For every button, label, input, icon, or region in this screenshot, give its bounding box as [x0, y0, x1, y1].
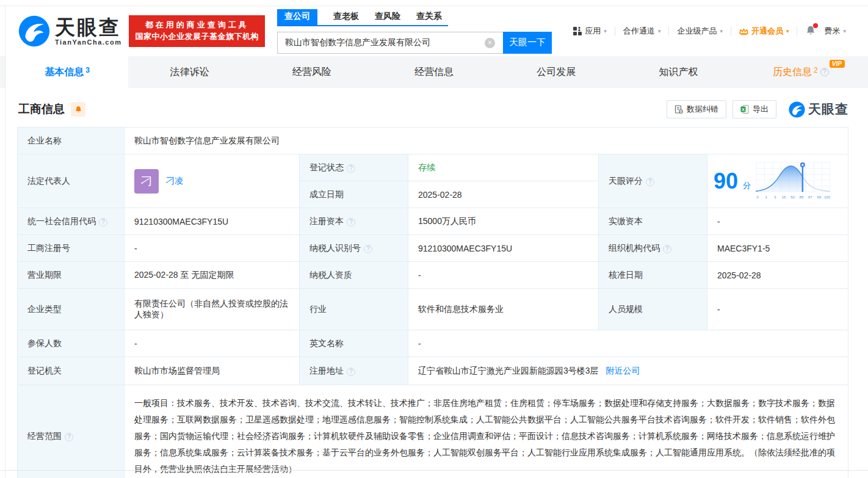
- section-title: 工商信息: [18, 101, 65, 117]
- field-value-insured-count: -: [125, 330, 300, 357]
- search-tab-boss[interactable]: 查老板: [333, 9, 359, 25]
- tab-history-info-count: 2: [814, 66, 818, 74]
- tianyancha-logo-icon: [789, 101, 805, 118]
- search-tab-company[interactable]: 查公司: [277, 9, 317, 25]
- field-label-company-type: 企业类型: [18, 289, 125, 330]
- field-label-business-term: 营业期限: [18, 262, 125, 289]
- svg-text:15: 15: [782, 194, 786, 198]
- help-icon[interactable]: ?: [820, 68, 829, 76]
- tianyancha-logo-icon: [18, 15, 50, 47]
- search-button[interactable]: 天眼一下: [503, 32, 552, 54]
- search-input[interactable]: [277, 32, 503, 54]
- help-icon[interactable]: ?: [646, 178, 654, 186]
- score-value: 90: [714, 170, 738, 192]
- value-text: 91210300MAEC3FY15U: [134, 217, 228, 226]
- user-menu[interactable]: 费米 ▾: [824, 26, 846, 37]
- data-correction-button[interactable]: 数据纠错: [667, 100, 726, 118]
- field-label-taxpayer-id: 纳税人识别号?: [300, 235, 408, 262]
- export-button[interactable]: X 导出: [732, 100, 776, 118]
- label-text: 组织机构代码: [609, 243, 660, 253]
- nearby-companies-link[interactable]: 附近公司: [606, 366, 640, 375]
- value-text: 2025-02-28: [418, 190, 462, 200]
- section-actions: 数据纠错 X 导出 天眼查: [667, 100, 848, 118]
- tianyancha-logo[interactable]: 天眼查 TianYanCha.com: [18, 15, 121, 47]
- tab-basic-info-count: 3: [85, 66, 90, 74]
- label-text: 注册资本: [309, 216, 344, 226]
- value-text: -: [418, 339, 421, 349]
- tab-basic-info-label: 基本信息: [45, 66, 84, 79]
- search-tab-relation[interactable]: 查关系: [416, 9, 442, 25]
- field-label-business-scope: 经营范围?: [18, 385, 125, 478]
- table-row: 法定代表人 刁 刁凌 登记状态? 存续 天眼评分?: [18, 154, 848, 181]
- help-icon[interactable]: ?: [347, 218, 355, 226]
- legal-rep-avatar[interactable]: 刁: [134, 169, 159, 194]
- promo-line-1: 都在用的商业查询工具: [135, 20, 259, 31]
- tab-company-development[interactable]: 公司发展: [495, 56, 617, 88]
- help-icon[interactable]: ?: [347, 368, 355, 376]
- tab-operation-info-label: 经营信息: [414, 66, 454, 79]
- nav-apps[interactable]: 应用 ▾: [573, 26, 607, 37]
- field-value-credit-code: 91210300MAEC3FY15U: [125, 208, 300, 235]
- field-label-tianyan-score: 天眼评分?: [599, 154, 707, 208]
- clear-input-icon[interactable]: ×: [485, 38, 495, 48]
- notifications-bell[interactable]: [805, 25, 816, 38]
- tab-history-info[interactable]: VIP 历史信息 2 ?: [740, 56, 862, 88]
- legal-rep: 刁 刁凌: [134, 169, 289, 194]
- field-label-credit-code: 统一社会信用代码?: [18, 208, 125, 235]
- label-text: 人员规模: [609, 304, 643, 314]
- tab-legal-litigation[interactable]: 法律诉讼: [128, 56, 250, 88]
- status-badge: 存续: [418, 162, 435, 172]
- help-icon[interactable]: ?: [364, 245, 372, 253]
- search-box: × 天眼一下: [277, 32, 552, 54]
- value-text: -: [134, 339, 137, 349]
- field-value-reg-address: 辽宁省鞍山市辽宁激光产业园新能源园3号楼3层 附近公司: [408, 357, 848, 385]
- table-row: 工商注册号 - 纳税人识别号? 91210300MAEC3FY15U 组织机构代…: [18, 235, 848, 262]
- help-icon[interactable]: ?: [663, 245, 671, 253]
- label-text: 注册地址: [309, 366, 344, 375]
- value-text: 有限责任公司（非自然人投资或控股的法人独资）: [134, 299, 288, 319]
- nav-vip-label: 开通会员: [751, 26, 783, 37]
- help-icon[interactable]: ?: [99, 218, 107, 226]
- help-icon[interactable]: ?: [347, 164, 355, 173]
- field-label-legal-rep: 法定代表人: [18, 154, 125, 208]
- label-text: 实缴资本: [609, 216, 643, 226]
- tianyancha-watermark: 天眼查: [789, 101, 848, 118]
- chevron-down-icon: ▾: [604, 28, 607, 34]
- search-tab-risk[interactable]: 查风险: [375, 9, 400, 25]
- field-label-company-name: 企业名称: [18, 128, 125, 154]
- table-row: 企业类型 有限责任公司（非自然人投资或控股的法人独资） 行业 软件和信息技术服务…: [18, 289, 848, 330]
- field-value-company-name: 鞍山市智创数字信息产业发展有限公司: [125, 128, 848, 154]
- help-icon[interactable]: ?: [65, 433, 73, 441]
- crown-icon: [739, 27, 748, 35]
- nav-apps-label: 应用: [585, 26, 601, 37]
- tab-legal-litigation-label: 法律诉讼: [170, 66, 209, 79]
- divider: [615, 27, 615, 35]
- svg-text:0: 0: [756, 194, 759, 198]
- notification-dot: [813, 23, 818, 28]
- value-text: 软件和信息技术服务业: [418, 304, 504, 314]
- nav-open-vip[interactable]: 开通会员 ▾: [739, 26, 789, 37]
- label-text: 经营范围: [27, 431, 62, 441]
- field-value-establish-date: 2025-02-28: [408, 181, 599, 208]
- chevron-down-icon: ▾: [786, 28, 789, 34]
- field-value-reg-number: -: [125, 235, 300, 262]
- value-text: -: [717, 217, 720, 226]
- label-text: 企业名称: [27, 136, 62, 145]
- nav-enterprise-products[interactable]: 企业级产品 ▾: [677, 26, 723, 37]
- field-label-english-name: 英文名称: [300, 330, 408, 357]
- tab-basic-info[interactable]: 基本信息 3: [6, 56, 128, 88]
- tab-operation-risk[interactable]: 经营风险: [251, 56, 373, 88]
- field-value-legal-rep: 刁 刁凌: [125, 154, 300, 208]
- legal-rep-link[interactable]: 刁凌: [166, 176, 183, 187]
- tab-intellectual-property[interactable]: 知识产权: [617, 56, 739, 88]
- monitor-bell-button[interactable]: [71, 102, 85, 117]
- grid-apps-icon: [573, 27, 582, 35]
- label-text: 纳税人资质: [309, 270, 352, 280]
- svg-text:97: 97: [808, 194, 812, 198]
- field-value-taxpayer-id: 91210300MAEC3FY15U: [408, 235, 599, 262]
- company-tabbar: 基本信息 3 法律诉讼 经营风险 经营信息 公司发展 知识产权 VIP 历史信息…: [0, 56, 868, 88]
- data-correction-label: 数据纠错: [687, 104, 718, 115]
- tab-operation-info[interactable]: 经营信息: [373, 56, 495, 88]
- field-label-approval-date: 核准日期: [599, 262, 707, 289]
- nav-partner-channel[interactable]: 合作通道 ▾: [623, 26, 661, 37]
